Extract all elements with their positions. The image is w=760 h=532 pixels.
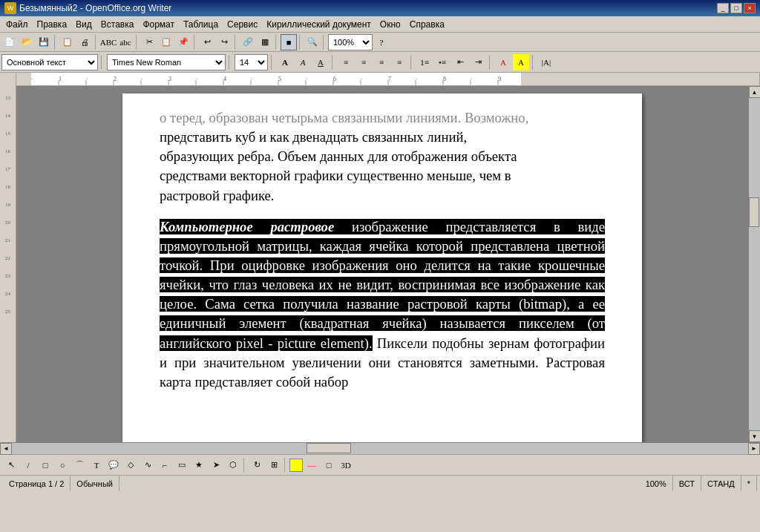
zoom-help-button[interactable]: ?: [373, 34, 390, 50]
menu-help[interactable]: Справка: [405, 18, 449, 31]
line-color-button[interactable]: —: [304, 457, 320, 473]
page-text: Страница 1 / 2: [9, 479, 64, 488]
rect-tool-button[interactable]: □: [37, 457, 53, 473]
3d-button[interactable]: 3D: [338, 457, 354, 473]
align-left-button[interactable]: ≡: [338, 54, 354, 70]
menu-format[interactable]: Формат: [138, 18, 179, 31]
horizontal-scrollbar[interactable]: ◄ ►: [0, 442, 760, 454]
connectors-button[interactable]: ⌐: [157, 457, 173, 473]
flowchart-button[interactable]: ▭: [174, 457, 190, 473]
app-icon: W: [4, 2, 16, 14]
svg-text:·: ·: [361, 76, 362, 82]
style-indicator: Обычный: [71, 476, 119, 491]
scroll-track[interactable]: [749, 98, 760, 430]
select-tool-button[interactable]: ↖: [3, 457, 19, 473]
document-content[interactable]: о теред, образован четырьма связанными л…: [160, 108, 605, 392]
text-tool-button[interactable]: T: [88, 457, 105, 473]
vertical-scrollbar[interactable]: ▲ ▼: [748, 86, 760, 442]
menu-edit[interactable]: Правка: [33, 18, 72, 31]
indent-less-button[interactable]: ⇤: [452, 54, 468, 70]
paragraph-5-text: растровой графике.: [160, 188, 274, 203]
menu-insert[interactable]: Вставка: [96, 18, 139, 31]
menu-tools[interactable]: Сервис: [223, 18, 262, 31]
highlight-button[interactable]: A: [513, 54, 529, 70]
callout-tool-button[interactable]: 💬: [105, 457, 122, 473]
ruler-tick: 22: [5, 255, 10, 261]
pdf-button[interactable]: 📋: [59, 34, 76, 50]
underline-button[interactable]: A: [312, 54, 329, 70]
paragraph-1: о теред, образован четырьма связанными л…: [160, 108, 605, 128]
shadow-button[interactable]: □: [321, 457, 337, 473]
menu-table[interactable]: Таблица: [179, 18, 223, 31]
scroll-up-button[interactable]: ▲: [749, 86, 761, 98]
show-draw-button[interactable]: ■: [281, 34, 297, 50]
redo-button[interactable]: ↪: [216, 34, 232, 50]
ruler-tick: 17: [5, 166, 10, 172]
scroll-right-button[interactable]: ►: [748, 443, 760, 455]
size-select[interactable]: 14: [235, 54, 268, 70]
titlebar-buttons[interactable]: _ □ ×: [717, 3, 756, 13]
draw-sep-1: [243, 458, 246, 473]
undo-button[interactable]: ↩: [199, 34, 215, 50]
ellipse-tool-button[interactable]: ○: [54, 457, 71, 473]
find-button[interactable]: 🔍: [304, 34, 321, 50]
spell-button[interactable]: ABC: [100, 34, 117, 50]
zoom-control: 100% 75% 150%: [328, 34, 373, 50]
freeform-tool-button[interactable]: ⌒: [71, 457, 88, 473]
drawing-toolbar: ↖ / □ ○ ⌒ T 💬 ◇ ∿ ⌐ ▭ ★ ➤ ⬡ ↻ ⊞ — □ 3D: [0, 454, 760, 475]
bullets-button[interactable]: •≡: [434, 54, 451, 70]
bold-button[interactable]: A: [277, 54, 293, 70]
minimize-button[interactable]: _: [717, 3, 729, 13]
scroll-thumb[interactable]: [749, 197, 759, 227]
open-button[interactable]: 📂: [19, 34, 35, 50]
font-color-button[interactable]: A: [495, 54, 511, 70]
paste-button[interactable]: 📌: [175, 34, 191, 50]
svg-text:·: ·: [471, 76, 472, 82]
cut-button[interactable]: ✂: [141, 34, 157, 50]
page-indicator: Страница 1 / 2: [3, 476, 71, 491]
separator-3: [136, 35, 139, 50]
align-justify-button[interactable]: ≡: [391, 54, 407, 70]
new-button[interactable]: 📄: [1, 34, 18, 50]
scroll-h-thumb[interactable]: [307, 443, 351, 453]
shapes-button[interactable]: ◇: [122, 457, 139, 473]
style-select[interactable]: Основной текст: [1, 54, 98, 70]
scroll-down-button[interactable]: ▼: [749, 430, 761, 442]
indent-more-button[interactable]: ⇥: [470, 54, 486, 70]
menu-file[interactable]: Файл: [1, 18, 33, 31]
zoom-select[interactable]: 100% 75% 150%: [328, 34, 373, 50]
scroll-h-track[interactable]: [12, 443, 748, 454]
copy-button[interactable]: 📋: [158, 34, 174, 50]
highlighted-paragraph: Компьютерное растровое изображение предс…: [160, 217, 605, 392]
maximize-button[interactable]: □: [730, 3, 742, 13]
menu-cyrillic[interactable]: Кириллический документ: [262, 18, 376, 31]
menu-view[interactable]: Вид: [71, 18, 96, 31]
menu-window[interactable]: Окно: [376, 18, 405, 31]
hyperlink-button[interactable]: 🔗: [240, 34, 256, 50]
align-right-button[interactable]: ≡: [373, 54, 390, 70]
ruler-tick: 23: [5, 273, 10, 279]
table-button[interactable]: ▦: [257, 34, 273, 50]
scroll-left-button[interactable]: ◄: [0, 443, 12, 455]
autocorrect-button[interactable]: abc: [117, 34, 134, 50]
close-button[interactable]: ×: [744, 3, 756, 13]
font-select[interactable]: Times New Roman: [107, 54, 226, 70]
char-spacing-button[interactable]: |A|: [538, 54, 554, 70]
block-arrows-button[interactable]: ➤: [208, 457, 224, 473]
document-area[interactable]: о теред, образован четырьма связанными л…: [16, 86, 748, 442]
separator-2: [95, 35, 98, 50]
save-button[interactable]: 💾: [36, 34, 52, 50]
numbering-button[interactable]: 1≡: [416, 54, 433, 70]
stars-button[interactable]: ★: [191, 457, 207, 473]
3d-objects-button[interactable]: ⬡: [225, 457, 241, 473]
ruler-tick: 15: [5, 131, 10, 137]
line-tool-button[interactable]: /: [20, 457, 36, 473]
rotate-button[interactable]: ↻: [249, 457, 265, 473]
print-button[interactable]: 🖨: [76, 34, 93, 50]
curves-button[interactable]: ∿: [140, 457, 156, 473]
align-center-button[interactable]: ≡: [356, 54, 372, 70]
horizontal-ruler: · 1 · 2 · 3 · 4 · 5 · 6 · 7 · 8 · 9: [0, 73, 760, 86]
fill-color-button[interactable]: [289, 459, 303, 472]
italic-button[interactable]: A: [295, 54, 311, 70]
align-button[interactable]: ⊞: [266, 457, 282, 473]
